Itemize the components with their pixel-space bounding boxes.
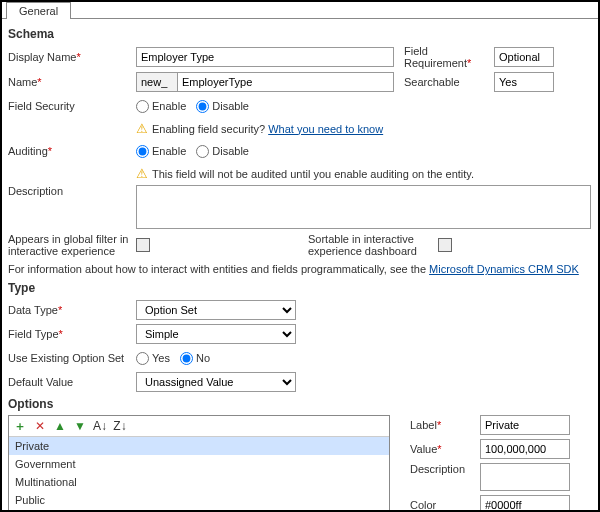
display-name-input[interactable] [136, 47, 394, 67]
label-field-type: Field Type* [8, 328, 136, 340]
section-schema: Schema [8, 27, 592, 41]
label-global-filter: Appears in global filter in interactive … [8, 233, 136, 257]
label-sortable-dashboard: Sortable in interactive experience dashb… [308, 233, 438, 257]
label-data-type: Data Type* [8, 304, 136, 316]
label-option-description: Description [410, 463, 480, 475]
label-searchable: Searchable [394, 76, 494, 88]
field-security-link[interactable]: What you need to know [268, 123, 383, 135]
option-color-input[interactable] [480, 495, 570, 512]
sdk-link[interactable]: Microsoft Dynamics CRM SDK [429, 263, 579, 275]
use-existing-no[interactable]: No [180, 352, 210, 365]
option-item[interactable]: Private [9, 437, 389, 455]
label-field-security: Field Security [8, 100, 136, 112]
label-display-name: Display Name* [8, 51, 136, 63]
default-value-select[interactable]: Unassigned Value [136, 372, 296, 392]
sortable-dashboard-checkbox[interactable] [438, 238, 452, 252]
tab-general[interactable]: General [6, 2, 71, 19]
option-item[interactable]: Government [9, 455, 389, 473]
option-item[interactable]: Multinational [9, 473, 389, 491]
warning-icon: ⚠ [136, 166, 148, 181]
global-filter-checkbox[interactable] [136, 238, 150, 252]
description-textarea[interactable] [136, 185, 591, 229]
auditing-warning: This field will not be audited until you… [152, 168, 474, 180]
field-security-disable[interactable]: Disable [196, 100, 249, 113]
label-field-requirement: Field Requirement* [394, 45, 494, 69]
label-description: Description [8, 185, 136, 197]
auditing-disable[interactable]: Disable [196, 145, 249, 158]
section-options: Options [8, 397, 592, 411]
field-type-select[interactable]: Simple [136, 324, 296, 344]
label-option-value: Value* [410, 443, 480, 455]
option-description-textarea[interactable] [480, 463, 570, 491]
options-listbox: ＋ ✕ ▲ ▼ A↓ Z↓ PrivateGovernmentMultinati… [8, 415, 390, 512]
name-input[interactable] [177, 72, 394, 92]
use-existing-yes[interactable]: Yes [136, 352, 170, 365]
sort-asc-icon[interactable]: A↓ [93, 419, 107, 433]
option-value-input[interactable] [480, 439, 570, 459]
name-prefix-input [136, 72, 178, 92]
field-requirement-input[interactable] [494, 47, 554, 67]
option-item[interactable]: Public [9, 491, 389, 509]
sdk-info-text: For information about how to interact wi… [8, 263, 429, 275]
add-icon[interactable]: ＋ [13, 419, 27, 433]
move-up-icon[interactable]: ▲ [53, 419, 67, 433]
label-default-value: Default Value [8, 376, 136, 388]
auditing-enable[interactable]: Enable [136, 145, 186, 158]
section-type: Type [8, 281, 592, 295]
warning-icon: ⚠ [136, 121, 148, 136]
field-security-enable[interactable]: Enable [136, 100, 186, 113]
label-auditing: Auditing* [8, 145, 136, 157]
move-down-icon[interactable]: ▼ [73, 419, 87, 433]
label-option-color: Color [410, 499, 480, 511]
data-type-select[interactable]: Option Set [136, 300, 296, 320]
delete-icon[interactable]: ✕ [33, 419, 47, 433]
field-security-warning: Enabling field security? [152, 123, 265, 135]
label-option-label: Label* [410, 419, 480, 431]
option-label-input[interactable] [480, 415, 570, 435]
sort-desc-icon[interactable]: Z↓ [113, 419, 127, 433]
searchable-input[interactable] [494, 72, 554, 92]
label-name: Name* [8, 76, 136, 88]
label-use-existing: Use Existing Option Set [8, 352, 136, 364]
